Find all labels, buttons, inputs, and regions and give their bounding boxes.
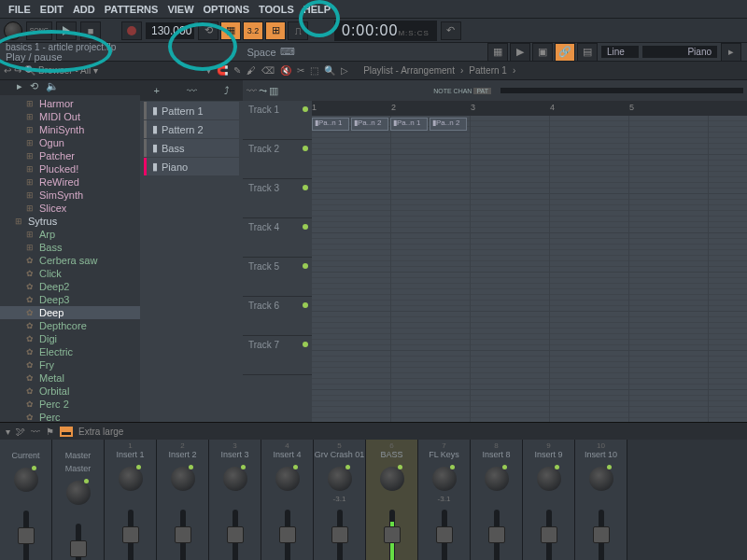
tree-item-deep3[interactable]: Deep3 [0, 293, 140, 306]
fader[interactable] [209, 504, 261, 560]
playlist-current[interactable]: Pattern 1 [469, 65, 507, 76]
pl-menu-icon[interactable]: ▾ [206, 65, 211, 76]
fader[interactable] [366, 504, 417, 560]
wave-tab-icon[interactable]: 〰 [247, 85, 257, 96]
toolbar-btn-playlist[interactable]: ▦ [220, 21, 241, 40]
mixer-channel-fl-keys[interactable]: 7FL Keys-3.1 [418, 440, 471, 560]
clip[interactable]: ▮Pa..n 2 [430, 118, 467, 131]
piano-tab-icon[interactable]: ▥ [269, 85, 278, 97]
view-btn-2[interactable]: ▶ [510, 43, 530, 62]
view-btn-5[interactable]: ▤ [577, 43, 598, 62]
paint-icon[interactable]: 🖌 [247, 65, 256, 76]
tab-chan[interactable]: CHAN [454, 88, 472, 94]
fader[interactable] [105, 504, 156, 560]
fader[interactable] [314, 504, 365, 560]
bird-icon[interactable]: 🕊 [16, 427, 25, 437]
menu-add[interactable]: ADD [68, 2, 100, 17]
select-icon[interactable]: ⬚ [310, 65, 318, 76]
tree-item-patcher[interactable]: Patcher [0, 149, 140, 162]
tree-item-deep[interactable]: Deep [0, 306, 140, 319]
pan-knob[interactable] [485, 467, 509, 491]
toolbar-btn-stepseq[interactable]: 3.2 [243, 21, 263, 40]
track-header[interactable]: Track 4 [243, 218, 312, 258]
tree-item-perc[interactable]: Perc [0, 411, 140, 422]
mute-icon[interactable]: 🔇 [280, 65, 291, 76]
track-header[interactable]: Track 1 [243, 101, 312, 140]
mixer-wave-icon[interactable]: 〰 [31, 427, 40, 437]
back-icon[interactable]: ↩ [4, 65, 11, 76]
mixer-channel-insert-4[interactable]: 4Insert 4 [261, 440, 314, 560]
pattern-pattern-1[interactable]: ▮Pattern 1 [144, 102, 239, 119]
mixer-channel-insert-3[interactable]: 3Insert 3 [209, 440, 261, 560]
pan-knob[interactable] [119, 467, 143, 491]
mixer-channel-current[interactable]: Current [0, 440, 52, 560]
mixer-channel-insert-8[interactable]: 8Insert 8 [471, 440, 523, 560]
tree-item-arp[interactable]: Arp [0, 228, 140, 241]
refresh-icon[interactable]: ⟲ [30, 80, 38, 95]
tree-item-bass[interactable]: Bass [0, 241, 140, 254]
erase-icon[interactable]: ⌫ [261, 65, 275, 76]
track-header[interactable]: Track 7 [243, 336, 312, 375]
tree-item-slicex[interactable]: Slicex [0, 202, 140, 215]
search-icon[interactable]: 🔍 [24, 65, 35, 76]
fader[interactable] [157, 504, 208, 560]
mixer-channel-insert-2[interactable]: 2Insert 2 [157, 440, 209, 560]
tree-item-rewired[interactable]: ReWired [0, 175, 140, 189]
tree-item-click[interactable]: Click [0, 267, 140, 280]
stop-button[interactable]: ■ [80, 21, 101, 40]
clip[interactable]: ▮Pa..n 1 [390, 118, 428, 131]
track-header[interactable]: Track 3 [243, 179, 312, 218]
pan-knob[interactable] [537, 467, 561, 491]
menu-tools[interactable]: TOOLS [254, 2, 299, 17]
tree-item-deep2[interactable]: Deep2 [0, 280, 140, 293]
tree-item-digi[interactable]: Digi [0, 332, 140, 345]
tree-item-metal[interactable]: Metal [0, 371, 140, 385]
tempo-display[interactable]: 130.000 [146, 22, 194, 39]
magnet-icon[interactable]: 🧲 [217, 65, 228, 76]
mixer-channel-insert-9[interactable]: 9Insert 9 [523, 440, 575, 560]
main-volume-knob[interactable] [4, 21, 22, 40]
tree-item-plucked![interactable]: Plucked! [0, 162, 140, 175]
timeline-ruler[interactable]: 12345 [312, 101, 747, 116]
mixer-channel-insert-10[interactable]: 10Insert 10 [575, 440, 627, 560]
clip[interactable]: ▮Pa..n 2 [351, 118, 388, 131]
view-btn-1[interactable]: ▦ [487, 43, 508, 62]
minimap[interactable] [500, 88, 743, 93]
pan-knob[interactable] [171, 467, 195, 491]
tab-note[interactable]: NOTE [433, 88, 451, 94]
tree-item-electric[interactable]: Electric [0, 345, 140, 358]
mixer-channel-bass[interactable]: 6BASS [366, 440, 418, 560]
tree-item-harmor[interactable]: Harmor [0, 97, 140, 110]
toolbar-btn-mixer[interactable]: ⎍ [288, 21, 308, 40]
toolbar-btn-pianoroll[interactable]: ⊞ [265, 21, 286, 40]
mixer-channel-insert-1[interactable]: 1Insert 1 [105, 440, 157, 560]
playlist-grid[interactable]: ▮Pa..n 1▮Pa..n 2▮Pa..n 1▮Pa..n 2 [312, 116, 747, 422]
pan-knob[interactable] [328, 467, 352, 491]
pan-knob[interactable] [275, 467, 300, 491]
pattern-wave-icon[interactable]: 〰 [187, 85, 197, 96]
fader[interactable] [471, 504, 522, 560]
pattern-auto-icon[interactable]: ⤴ [224, 85, 230, 96]
flag-icon[interactable]: ⚑ [46, 427, 54, 437]
menu-file[interactable]: FILE [4, 2, 35, 17]
mixer-channel-grv-crash-01[interactable]: 5Grv Crash 01-3.1 [314, 440, 366, 560]
collapse-icon[interactable]: ▸ [17, 80, 22, 95]
tree-item-orbital[interactable]: Orbital [0, 385, 140, 398]
snap-selector[interactable]: Line [601, 46, 639, 58]
view-btn-link[interactable]: 🔗 [555, 43, 575, 62]
fwd-icon[interactable]: ↪ [14, 65, 21, 76]
toolbar-btn-undo[interactable]: ↶ [441, 21, 461, 40]
fader[interactable] [0, 505, 51, 560]
track-header[interactable]: Track 5 [243, 258, 312, 297]
tree-item-sytrus[interactable]: Sytrus [0, 215, 140, 228]
track-header[interactable]: Track 2 [243, 140, 312, 179]
tree-item-ogun[interactable]: Ogun [0, 136, 140, 149]
pan-knob[interactable] [223, 467, 247, 491]
tree-item-simsynth[interactable]: SimSynth [0, 189, 140, 202]
view-btn-3[interactable]: ▣ [532, 43, 553, 62]
auto-tab-icon[interactable]: ⤳ [259, 85, 267, 97]
record-button[interactable] [121, 21, 142, 40]
zoom-icon[interactable]: 🔍 [324, 65, 335, 76]
fader[interactable] [523, 504, 574, 560]
pan-knob[interactable] [66, 481, 91, 505]
